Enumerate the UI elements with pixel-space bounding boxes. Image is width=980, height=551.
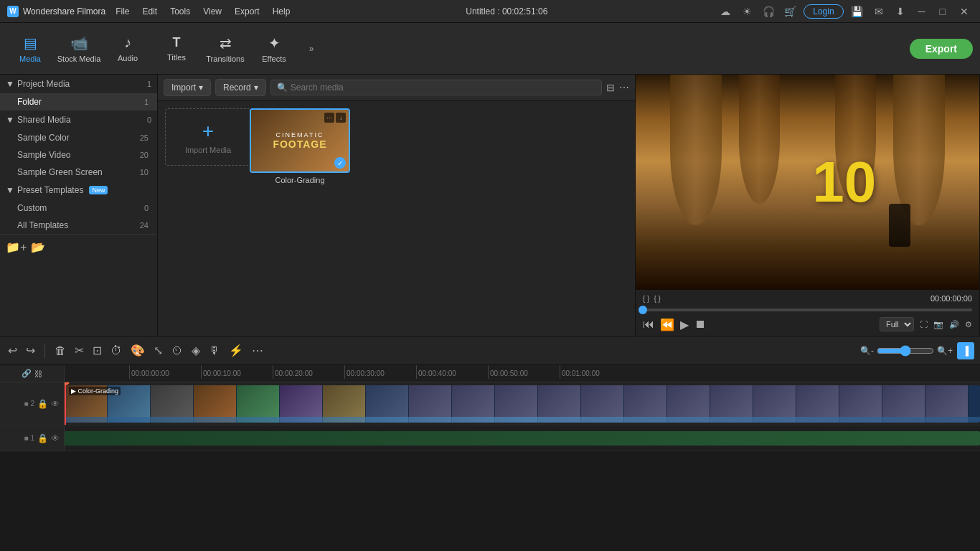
track-video-2: ■ 2 🔒 👁 ▶ Color-Grading bbox=[0, 382, 980, 425]
preview-video: 10 bbox=[636, 75, 979, 290]
sidebar-section-preset-templates[interactable]: ▼ Preset Templates New bbox=[0, 181, 157, 199]
sidebar-item-all-templates[interactable]: All Templates 24 bbox=[0, 217, 157, 234]
headphone-icon[interactable]: 🎧 bbox=[760, 4, 776, 19]
zoom-slider[interactable] bbox=[877, 345, 934, 357]
preview-panel: 10 { } { } 00:00:00:00 ⏮ ⏪ bbox=[636, 75, 980, 336]
media-thumbnail: CINEMATIC FOOTAGE ⋯ ↓ ✓ bbox=[250, 108, 350, 173]
stop-button[interactable]: ⏹ bbox=[694, 318, 706, 331]
sun-icon[interactable]: ☀ bbox=[739, 4, 755, 19]
cart-icon[interactable]: 🛒 bbox=[782, 4, 798, 19]
sidebar-item-custom[interactable]: Custom 0 bbox=[0, 199, 157, 217]
more-button[interactable]: ⋯ bbox=[250, 342, 265, 359]
media-item-color-grading[interactable]: CINEMATIC FOOTAGE ⋯ ↓ ✓ Color-Grading bbox=[257, 108, 343, 184]
crop-button[interactable]: ⊡ bbox=[90, 342, 104, 359]
sidebar-item-sample-color[interactable]: Sample Color 25 bbox=[0, 129, 157, 146]
toolbar-transitions[interactable]: ⇄ Transitions bbox=[202, 27, 248, 70]
zoom-out-icon[interactable]: 🔍- bbox=[860, 346, 874, 356]
grid-view-icon[interactable]: ⋯ bbox=[619, 82, 629, 93]
delete-button[interactable]: 🗑 bbox=[52, 342, 68, 359]
zoom-in-icon[interactable]: 🔍+ bbox=[937, 346, 953, 356]
mail-icon[interactable]: ✉ bbox=[871, 4, 887, 19]
toolbar-media[interactable]: ▤ Media bbox=[7, 27, 53, 70]
redo-button[interactable]: ↪ bbox=[24, 342, 37, 359]
fullscreen-icon[interactable]: ⛶ bbox=[920, 320, 928, 329]
export-button[interactable]: Export bbox=[910, 39, 973, 59]
save-icon[interactable]: 💾 bbox=[849, 4, 865, 19]
frame-back-button[interactable]: ⏪ bbox=[660, 318, 674, 331]
toolbar-effects[interactable]: ✦ Effects bbox=[251, 27, 297, 70]
menu-bar: File Edit Tools View Export Help bbox=[110, 5, 296, 18]
step-back-button[interactable]: ⏮ bbox=[643, 318, 654, 331]
close-button[interactable]: ✕ bbox=[956, 6, 973, 17]
volume-icon[interactable]: 🔊 bbox=[949, 320, 959, 329]
import-media-placeholder[interactable]: + Import Media bbox=[165, 108, 251, 166]
toolbar-audio[interactable]: ♪ Audio bbox=[105, 27, 151, 70]
settings-icon[interactable]: ⚙ bbox=[965, 320, 972, 329]
chevron-down-icon: ▼ bbox=[6, 185, 14, 195]
toolbar-titles[interactable]: T Titles bbox=[154, 27, 199, 70]
search-box: 🔍 bbox=[270, 80, 602, 95]
menu-file[interactable]: File bbox=[110, 5, 135, 18]
toolbar-stock-media[interactable]: 📹 Stock Media bbox=[56, 27, 102, 70]
folder-icon[interactable]: 📂 bbox=[31, 240, 45, 254]
track-visibility-icon[interactable]: 👁 bbox=[51, 433, 60, 443]
preview-controls: { } { } 00:00:00:00 ⏮ ⏪ ▶ ⏹ Full bbox=[636, 290, 979, 336]
speed-button[interactable]: ⏱ bbox=[108, 342, 124, 359]
titlebar-right: ☁ ☀ 🎧 🛒 Login 💾 ✉ ⬇ ─ □ ✕ bbox=[717, 4, 973, 19]
magnet-icon[interactable]: 🔗 bbox=[22, 369, 32, 378]
sidebar-item-sample-green-screen[interactable]: Sample Green Screen 10 bbox=[0, 164, 157, 181]
menu-tools[interactable]: Tools bbox=[164, 5, 196, 18]
cloud-icon[interactable]: ☁ bbox=[717, 4, 733, 19]
transitions-icon: ⇄ bbox=[220, 34, 232, 52]
transform-button[interactable]: ⤡ bbox=[151, 342, 165, 359]
maximize-button[interactable]: □ bbox=[936, 6, 950, 17]
zoom-select[interactable]: Full bbox=[880, 317, 914, 331]
link-icon[interactable]: ⛓ bbox=[34, 369, 42, 378]
snap-button[interactable]: ▐ bbox=[957, 342, 974, 359]
filter-icon[interactable]: ⊟ bbox=[606, 82, 615, 93]
timeline-toolbar: ↩ ↪ 🗑 ✂ ⊡ ⏱ 🎨 ⤡ ⏲ ◈ 🎙 ⚡ ⋯ 🔍- 🔍+ ▐ bbox=[0, 336, 980, 365]
sidebar-section-project-media[interactable]: ▼ Project Media 1 bbox=[0, 75, 157, 93]
sidebar-section-shared-media[interactable]: ▼ Shared Media 0 bbox=[0, 110, 157, 129]
track-content-1[interactable] bbox=[65, 425, 980, 451]
audio-adjust-button[interactable]: 🎙 bbox=[207, 342, 222, 359]
preview-timecode: 00:00:00:00 bbox=[930, 294, 972, 303]
add-folder-button[interactable]: 📁+ bbox=[6, 240, 27, 254]
track-lock-icon[interactable]: 🔒 bbox=[37, 399, 48, 409]
toolbar-expand[interactable]: » bbox=[303, 40, 320, 57]
thumb-download-icon[interactable]: ↓ bbox=[336, 113, 346, 123]
menu-edit[interactable]: Edit bbox=[137, 5, 164, 18]
track-visibility-icon[interactable]: 👁 bbox=[51, 399, 60, 409]
audio-clip[interactable] bbox=[65, 431, 980, 446]
split-button[interactable]: ⚡ bbox=[227, 342, 245, 359]
sidebar-item-sample-video[interactable]: Sample Video 20 bbox=[0, 146, 157, 164]
preview-playhead[interactable] bbox=[639, 306, 647, 314]
minimize-button[interactable]: ─ bbox=[914, 6, 930, 17]
play-button[interactable]: ▶ bbox=[680, 318, 689, 331]
titles-icon: T bbox=[173, 35, 181, 50]
menu-help[interactable]: Help bbox=[267, 5, 296, 18]
undo-button[interactable]: ↩ bbox=[6, 342, 19, 359]
color-button[interactable]: 🎨 bbox=[128, 342, 147, 359]
record-button[interactable]: Record ▾ bbox=[215, 79, 266, 96]
timer-button[interactable]: ⏲ bbox=[169, 342, 185, 359]
search-input[interactable] bbox=[291, 83, 595, 93]
sidebar-item-folder[interactable]: Folder 1 bbox=[0, 93, 157, 110]
track-content-2[interactable]: ▶ Color-Grading bbox=[65, 382, 980, 425]
menu-export[interactable]: Export bbox=[229, 5, 265, 18]
login-button[interactable]: Login bbox=[804, 4, 843, 19]
cut-button[interactable]: ✂ bbox=[72, 342, 86, 359]
import-button[interactable]: Import ▾ bbox=[164, 79, 211, 96]
mask-button[interactable]: ◈ bbox=[189, 342, 202, 359]
preview-timeline-bar[interactable] bbox=[643, 309, 972, 311]
track-lock-icon[interactable]: 🔒 bbox=[37, 433, 48, 443]
screenshot-icon[interactable]: 📷 bbox=[933, 320, 943, 329]
download-icon[interactable]: ⬇ bbox=[892, 4, 908, 19]
plus-icon: + bbox=[202, 120, 214, 143]
track-audio-1: ■ 1 🔒 👁 bbox=[0, 425, 980, 451]
thumb-menu-icon[interactable]: ⋯ bbox=[324, 113, 334, 123]
video-clip[interactable]: ▶ Color-Grading bbox=[65, 385, 980, 423]
menu-view[interactable]: View bbox=[197, 5, 227, 18]
preview-figure bbox=[889, 204, 910, 247]
titlebar: W Wondershare Filmora File Edit Tools Vi… bbox=[0, 0, 980, 23]
